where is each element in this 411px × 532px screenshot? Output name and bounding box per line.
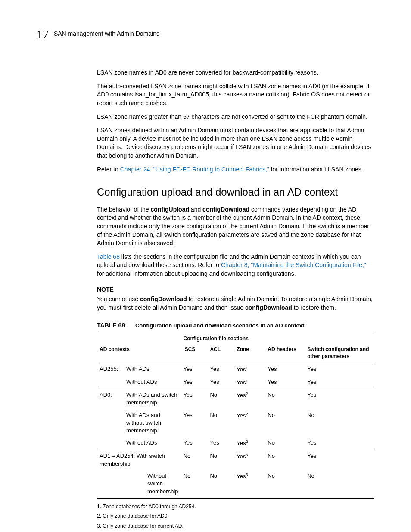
- config-scenarios-table: Configuration file sections AD contexts …: [97, 333, 374, 499]
- cell-sw: No: [305, 470, 374, 498]
- cell-zone: Yes2: [234, 389, 265, 409]
- cell-iscsi: Yes: [181, 389, 208, 409]
- table-row: Without ADsYesYesYes1YesYes: [97, 376, 374, 389]
- cell-iscsi: Yes: [181, 376, 208, 389]
- column-group-header: Configuration file sections: [181, 333, 375, 343]
- cross-reference-link[interactable]: Chapter 24, "Using FC-FC Routing to Conn…: [120, 166, 269, 173]
- text: and: [189, 206, 202, 213]
- context-label: [97, 376, 124, 389]
- cell-zone: Yes2: [234, 409, 265, 437]
- command-name: configDownload: [140, 296, 187, 302]
- table-caption: TABLE 68 Configuration upload and downlo…: [97, 321, 374, 330]
- table-footnotes: 1. Zone databases for AD0 through AD254.…: [97, 503, 374, 530]
- cell-adh: No: [265, 389, 305, 409]
- cell-acl: No: [207, 450, 234, 470]
- cell-iscsi: Yes: [181, 409, 208, 437]
- text: You cannot use: [97, 296, 140, 302]
- context-desc: Without switch membership: [124, 470, 181, 498]
- table-row: Without switch membershipNoNoYes3NoNo: [97, 470, 374, 498]
- cell-acl: No: [207, 409, 234, 437]
- context-label: [97, 470, 124, 498]
- table-row: AD0:With ADs and switch membershipYesNoY…: [97, 389, 374, 409]
- text: for information about LSAN zones.: [269, 166, 363, 173]
- cell-zone: Yes2: [234, 437, 265, 450]
- cross-reference-link[interactable]: Table 68: [97, 253, 120, 260]
- cell-adh: Yes: [265, 363, 305, 376]
- context-label: AD0:: [97, 389, 124, 409]
- cell-sw: No: [305, 409, 374, 437]
- text: for additional information about uploadi…: [97, 270, 296, 277]
- cell-zone: Yes1: [234, 376, 265, 389]
- table-row: AD1 – AD254: With switch membershipNoNoY…: [97, 450, 374, 470]
- cell-adh: No: [265, 437, 305, 450]
- cell-iscsi: Yes: [181, 437, 208, 450]
- cell-zone: Yes1: [234, 363, 265, 376]
- cell-iscsi: No: [181, 470, 208, 498]
- cell-acl: Yes: [207, 363, 234, 376]
- column-header: AD headers: [265, 343, 305, 363]
- table-row: AD255:With ADsYesYesYes1YesYes: [97, 363, 374, 376]
- text: The behavior of the: [97, 206, 151, 213]
- context-cell: AD1 – AD254: With switch membership: [97, 450, 181, 470]
- context-desc: With ADs and without switch membership: [124, 409, 181, 437]
- note-label: NOTE: [97, 286, 374, 294]
- page-header: 17 SAN management with Admin Domains: [37, 26, 379, 43]
- section-heading: Configuration upload and download in an …: [97, 185, 374, 199]
- cell-adh: Yes: [265, 376, 305, 389]
- column-header: ACL: [207, 343, 234, 363]
- cell-acl: No: [207, 389, 234, 409]
- text: to restore them.: [292, 304, 336, 311]
- context-label: [97, 409, 124, 437]
- context-desc: Without ADs: [124, 376, 181, 389]
- cell-adh: No: [265, 470, 305, 498]
- context-desc: With ADs and switch membership: [124, 389, 181, 409]
- paragraph: LSAN zone names greater than 57 characte…: [97, 113, 374, 121]
- cell-sw: Yes: [305, 389, 374, 409]
- cell-adh: No: [265, 409, 305, 437]
- context-label: [97, 437, 124, 450]
- column-header: iSCSI: [181, 343, 208, 363]
- footnote: 1. Zone databases for AD0 through AD254.: [97, 503, 374, 510]
- cell-sw: Yes: [305, 450, 374, 470]
- cell-sw: Yes: [305, 376, 374, 389]
- cell-iscsi: Yes: [181, 363, 208, 376]
- paragraph: Table 68 lists the sections in the confi…: [97, 253, 374, 278]
- table-number: TABLE 68: [97, 322, 125, 329]
- footnote: 3. Only zone database for current AD.: [97, 523, 374, 530]
- paragraph: The behavior of the configUpload and con…: [97, 205, 374, 248]
- table-row: Without ADsYesYesYes2NoYes: [97, 437, 374, 450]
- paragraph: LSAN zone names in AD0 are never convert…: [97, 68, 374, 77]
- cell-acl: Yes: [207, 376, 234, 389]
- paragraph: LSAN zones defined within an Admin Domai…: [97, 126, 374, 160]
- paragraph: The auto-converted LSAN zone names might…: [97, 82, 374, 108]
- paragraph: Refer to Chapter 24, "Using FC-FC Routin…: [97, 165, 374, 174]
- cell-acl: No: [207, 470, 234, 498]
- command-name: configUpload: [151, 206, 189, 213]
- footnote: 2. Only zone database for AD0.: [97, 513, 374, 520]
- cell-sw: Yes: [305, 363, 374, 376]
- cell-acl: Yes: [207, 437, 234, 450]
- chapter-title: SAN management with Admin Domains: [54, 30, 159, 37]
- body-column: LSAN zone names in AD0 are never convert…: [97, 68, 374, 532]
- chapter-number: 17: [37, 26, 49, 43]
- cell-zone: Yes3: [234, 450, 265, 470]
- context-desc: With ADs: [124, 363, 181, 376]
- note-paragraph: You cannot use configDownload to restore…: [97, 295, 374, 312]
- cell-iscsi: No: [181, 450, 208, 470]
- table-row: With ADs and without switch membershipYe…: [97, 409, 374, 437]
- command-name: configDownload: [245, 304, 292, 311]
- cell-zone: Yes3: [234, 470, 265, 498]
- context-desc: Without ADs: [124, 437, 181, 450]
- column-header: AD contexts: [97, 343, 181, 363]
- table-title: Configuration upload and download scenar…: [135, 322, 304, 329]
- cell-sw: Yes: [305, 437, 374, 450]
- command-name: configDownload: [202, 206, 249, 213]
- text: Refer to: [97, 166, 120, 173]
- cell-adh: No: [265, 450, 305, 470]
- column-header: Zone: [234, 343, 265, 363]
- cross-reference-link[interactable]: Chapter 8, "Maintaining the Switch Confi…: [221, 261, 366, 268]
- column-header: Switch configuration and other parameter…: [305, 343, 374, 363]
- context-label: AD255:: [97, 363, 124, 376]
